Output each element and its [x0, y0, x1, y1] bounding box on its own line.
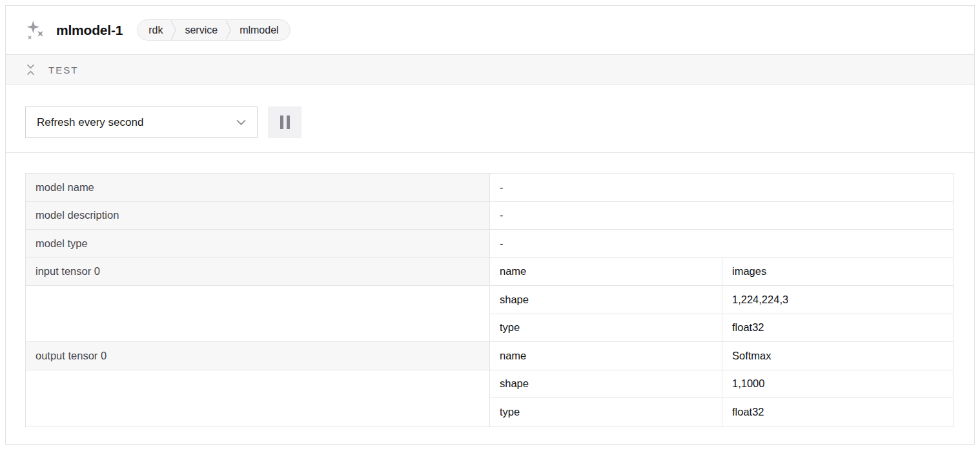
tensor-field-key: name	[490, 258, 722, 287]
pause-button[interactable]	[268, 106, 301, 138]
tensor-field-key: type	[490, 398, 722, 427]
chevron-right-icon	[170, 20, 177, 40]
pause-icon	[280, 116, 290, 129]
chevron-down-icon	[236, 119, 246, 125]
tensor-field-key: type	[490, 314, 722, 343]
row-value-model-description: -	[490, 202, 953, 230]
tensor-field-value: 1,1000	[722, 370, 953, 399]
chevron-right-icon	[225, 20, 232, 40]
refresh-rate-value: Refresh every second	[37, 116, 143, 129]
tensor-field-value: 1,224,224,3	[722, 286, 953, 314]
row-label-input-tensor-0: input tensor 0	[26, 258, 490, 287]
tensor-field-value: float32	[722, 314, 953, 343]
card-header: mlmodel-1 rdk service mlmodel	[6, 6, 974, 54]
tensor-field-value: Softmax	[722, 342, 953, 370]
input-tensor-spacer	[26, 286, 490, 342]
model-info-table: model name - model description - model t…	[25, 173, 954, 427]
breadcrumb-item-mlmodel: mlmodel	[240, 25, 278, 36]
row-value-model-type: -	[490, 230, 953, 258]
tensor-field-value: images	[722, 258, 953, 287]
row-label-model-description: model description	[26, 202, 490, 230]
breadcrumb-item-service: service	[185, 25, 218, 36]
breadcrumb: rdk service mlmodel	[137, 19, 290, 41]
tensor-field-key: shape	[490, 286, 722, 314]
tensor-field-value: float32	[722, 398, 953, 427]
tensor-field-key: shape	[490, 370, 722, 399]
output-tensor-spacer	[26, 370, 490, 427]
test-section-toggle[interactable]: TEST	[6, 54, 974, 85]
collapse-vertical-icon[interactable]	[26, 63, 35, 76]
row-label-output-tensor-0: output tensor 0	[26, 342, 490, 370]
row-label-model-type: model type	[26, 230, 490, 258]
row-label-model-name: model name	[26, 174, 490, 202]
refresh-rate-select[interactable]: Refresh every second	[25, 106, 258, 138]
sparkles-icon	[24, 19, 46, 41]
tensor-field-key: name	[490, 342, 722, 370]
refresh-toolbar: Refresh every second	[6, 85, 974, 153]
breadcrumb-item-rdk: rdk	[148, 25, 163, 36]
page-title: mlmodel-1	[56, 23, 123, 38]
test-panel-content: model name - model description - model t…	[6, 153, 974, 444]
row-value-model-name: -	[490, 174, 953, 202]
mlmodel-card: mlmodel-1 rdk service mlmodel TEST Refre…	[5, 5, 975, 445]
test-section-label: TEST	[48, 65, 78, 76]
